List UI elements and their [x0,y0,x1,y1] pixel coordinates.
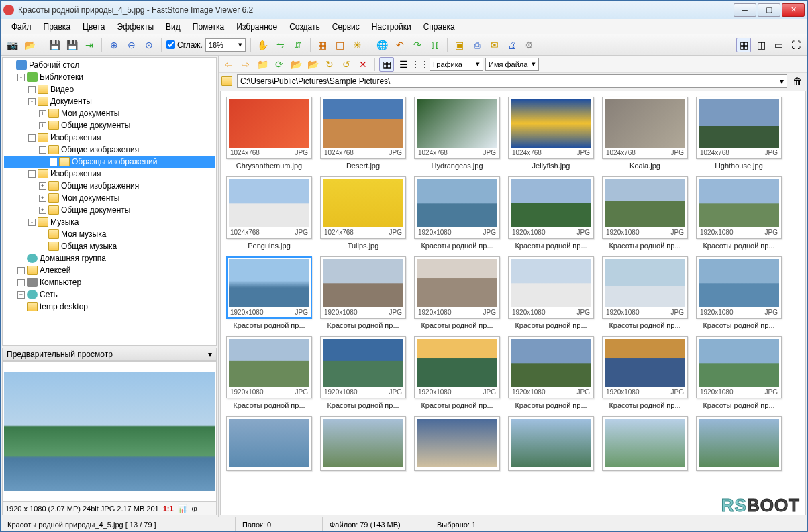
expander-icon[interactable]: - [39,146,46,154]
slideshow-icon[interactable]: ▣ [452,38,467,52]
thumbnail[interactable]: 1920x1080JPGКрасоты родной пр... [602,176,688,250]
tree-item[interactable]: +Компьютер [4,276,215,288]
thumbnail[interactable]: 1024x768JPGPenguins.jpg [226,176,312,250]
tree-item[interactable]: -Изображения [4,131,215,144]
undo-icon[interactable]: ↶ [393,38,407,52]
tree-item[interactable]: Общая музыка [4,240,215,252]
menu-файл[interactable]: Файл [6,21,37,33]
locate-icon[interactable]: ⊕ [191,504,197,513]
thumbnail[interactable] [696,416,782,474]
tree-item[interactable]: +Общие документы [4,204,215,216]
expander-icon[interactable]: - [28,219,36,226]
canvas-icon[interactable]: ◫ [333,38,348,52]
export-icon[interactable]: ⇥ [82,38,97,52]
address-input[interactable]: C:\Users\Public\Pictures\Sample Pictures… [237,74,787,88]
forward-icon[interactable]: ⇨ [238,57,253,72]
expander-icon[interactable]: - [17,74,25,81]
expander-icon[interactable]: + [17,279,25,286]
tree-item[interactable]: Рабочий стол [4,59,215,71]
save-icon[interactable]: 💾 [47,38,62,52]
thumbnail[interactable]: 1024x768JPGHydrangeas.jpg [414,97,500,170]
view-split-icon[interactable]: ◫ [754,38,768,52]
tree-item[interactable]: -Общие изображения [4,144,215,156]
thumbnail[interactable]: 1920x1080JPGКрасоты родной пр... [508,256,594,329]
tree-item[interactable]: +Сеть [4,288,215,301]
view-list-icon[interactable]: ☰ [396,57,411,72]
tree-item[interactable]: -Музыка [4,216,215,228]
fav2-icon[interactable]: 📂 [305,57,320,72]
thumbnail[interactable]: 1920x1080JPGКрасоты родной пр... [414,176,500,250]
fav-icon[interactable]: 📂 [289,57,303,72]
expander-icon[interactable]: + [39,207,46,214]
move-to-icon[interactable]: ↺ [339,57,354,72]
expander-icon[interactable] [39,231,46,238]
histogram-icon[interactable]: 📊 [178,504,187,513]
effects-icon[interactable]: 🌐 [375,38,390,52]
thumbnail[interactable] [602,416,688,474]
expander-icon[interactable]: + [17,267,25,274]
acquire-icon[interactable]: 📷 [5,38,19,52]
folder-tree[interactable]: Рабочий стол-Библиотеки+Видео-Документы+… [2,57,217,346]
expander-icon[interactable]: + [17,291,25,299]
back-icon[interactable]: ⇦ [221,57,236,72]
zoom-fit-icon[interactable]: ⊙ [142,38,156,52]
menu-сервис[interactable]: Сервис [327,21,365,33]
save-as-icon[interactable]: 💾 [64,38,79,52]
tree-item[interactable]: +Мои документы [4,107,215,119]
minimize-button[interactable]: ─ [734,3,756,17]
tree-item[interactable]: +Алексей [4,264,215,276]
view-thumbs-icon[interactable]: ▦ [736,38,751,52]
expander-icon[interactable]: + [39,122,46,129]
compare-icon[interactable]: ⫿⫿ [427,38,442,52]
tree-item[interactable]: -Документы [4,95,215,107]
thumbnail[interactable] [414,416,500,474]
thumbnail-pane[interactable]: 1024x768JPGChrysanthemum.jpg1024x768JPGD… [220,91,806,515]
delete-icon[interactable]: ✕ [356,57,370,72]
email-icon[interactable]: ✉ [487,38,502,52]
thumbnail[interactable]: 1024x768JPGLighthouse.jpg [696,97,782,170]
pan-icon[interactable]: ✋ [256,38,270,52]
thumbnail[interactable]: 1024x768JPGChrysanthemum.jpg [226,97,312,170]
expander-icon[interactable]: + [39,182,46,190]
tree-item[interactable]: -Библиотеки [4,71,215,83]
copy-to-icon[interactable]: ↻ [322,57,337,72]
expander-icon[interactable] [17,303,25,311]
menu-пометка[interactable]: Пометка [187,21,230,33]
view-full-icon[interactable]: ⛶ [789,38,803,52]
expander-icon[interactable] [17,255,25,262]
thumbnail[interactable]: 1920x1080JPGКрасоты родной пр... [508,336,594,409]
thumbnail[interactable]: 1920x1080JPGКрасоты родной пр... [602,256,688,329]
view-mode-select[interactable]: Графика▾ [430,58,483,71]
scan-icon[interactable]: ⎙ [470,38,485,52]
thumbnail[interactable]: 1920x1080JPGКрасоты родной пр... [320,256,406,329]
menu-эффекты[interactable]: Эффекты [112,21,160,33]
open-icon[interactable]: 📂 [22,38,37,52]
thumbnail[interactable]: 1920x1080JPGКрасоты родной пр... [226,256,312,329]
close-button[interactable]: ✕ [782,3,805,17]
thumbnail[interactable]: 1024x768JPGKoala.jpg [602,97,688,170]
menu-вид[interactable]: Вид [160,21,186,33]
print-icon[interactable]: 🖨 [505,38,519,52]
menu-настройки[interactable]: Настройки [366,21,417,33]
adjust-icon[interactable]: ☀ [350,38,365,52]
expander-icon[interactable] [7,62,14,69]
thumbnail[interactable]: 1920x1080JPGКрасоты родной пр... [226,336,312,409]
zoom-level[interactable]: 16%▾ [205,38,246,52]
thumbnail[interactable]: 1920x1080JPGКрасоты родной пр... [696,256,782,329]
flip-v-icon[interactable]: ⇵ [291,38,305,52]
thumbnail[interactable] [320,416,406,474]
tree-item[interactable]: Образцы изображений [4,156,215,168]
tree-item[interactable]: temp desktop [4,301,215,313]
zoom-in-icon[interactable]: ⊕ [107,38,121,52]
flip-h-icon[interactable]: ⇋ [273,38,288,52]
maximize-button[interactable]: ▢ [758,3,780,17]
thumbnail[interactable]: 1920x1080JPGКрасоты родной пр... [414,256,500,329]
menu-справка[interactable]: Справка [418,21,460,33]
expander-icon[interactable] [39,243,46,250]
expander-icon[interactable]: - [28,134,36,142]
thumbnail[interactable]: 1024x768JPGDesert.jpg [320,97,406,170]
view-detail-icon[interactable]: ⋮⋮ [413,57,427,72]
thumbnail[interactable]: 1920x1080JPGКрасоты родной пр... [696,336,782,409]
resize-icon[interactable]: ▦ [315,38,330,52]
thumbnail[interactable]: 1920x1080JPGКрасоты родной пр... [320,336,406,409]
